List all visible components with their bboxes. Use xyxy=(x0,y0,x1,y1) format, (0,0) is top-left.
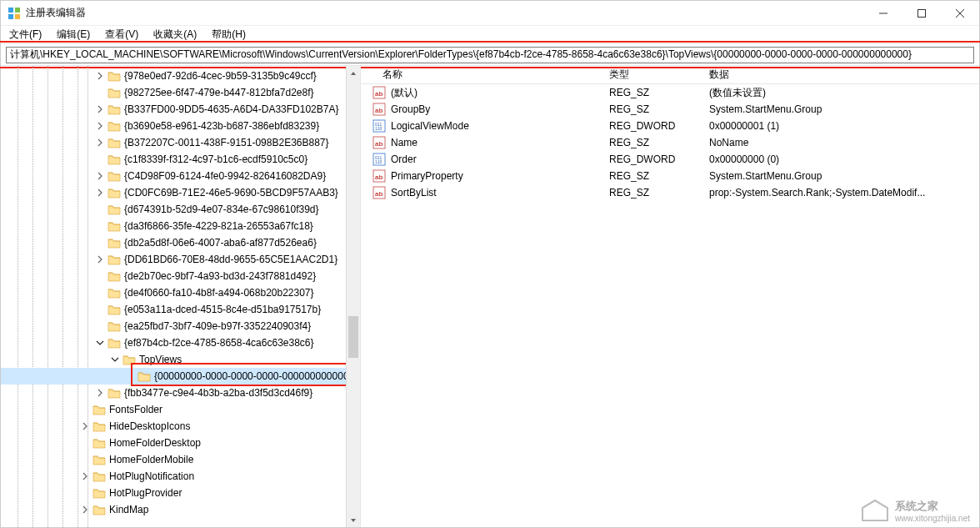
tree-item-label: {fbb3477e-c9e4-4b3b-a2ba-d3f5d3cd46f9} xyxy=(124,387,318,399)
string-value-icon: ab xyxy=(372,169,386,183)
expander-placeholder xyxy=(94,320,106,332)
tree-row[interactable]: {d674391b-52d9-4e07-834e-67c98610f39d} xyxy=(1,201,360,218)
tree-row[interactable]: {CD0FC69B-71E2-46e5-9690-5BCD9F57AAB3} xyxy=(1,184,360,201)
tree-row[interactable]: KindMap xyxy=(1,501,360,518)
menu-help[interactable]: 帮助(H) xyxy=(207,26,251,43)
folder-icon xyxy=(92,454,106,465)
tree-pane[interactable]: {978e0ed7-92d6-4cec-9b59-3135b9c49ccf}{9… xyxy=(1,66,361,527)
expander-icon[interactable] xyxy=(109,354,121,365)
tree-item-label: {978e0ed7-92d6-4cec-9b59-3135b9c49ccf} xyxy=(124,70,322,82)
expander-icon[interactable] xyxy=(94,387,106,399)
tree-row[interactable]: HomeFolderDesktop xyxy=(1,435,360,451)
tree-row[interactable]: {C4D98F09-6124-4fe0-9942-826416082DA9} xyxy=(1,168,360,184)
tree-row[interactable]: HotPlugProvider xyxy=(1,485,360,501)
tree-row[interactable]: {b3690e58-e961-423b-b687-386ebfd83239} xyxy=(1,118,360,134)
list-row[interactable]: abGroupByREG_SZSystem.StartMenu.Group xyxy=(361,101,979,118)
expander-icon[interactable] xyxy=(94,120,106,132)
tree-row[interactable]: {c1f8339f-f312-4c97-b1c6-ecdf5910c5c0} xyxy=(1,151,360,168)
value-type: REG_SZ xyxy=(609,170,649,182)
tree-item-label: {da3f6866-35fe-4229-821a-26553a67fc18} xyxy=(124,220,318,232)
titlebar[interactable]: 注册表编辑器 xyxy=(1,1,979,26)
expander-icon[interactable] xyxy=(94,254,106,265)
tree-row[interactable]: {fbb3477e-c9e4-4b3b-a2ba-d3f5d3cd46f9} xyxy=(1,385,360,401)
tree-row[interactable]: {B372207C-0011-438F-9151-098B2E36B887} xyxy=(1,134,360,151)
list-row[interactable]: 011110OrderREG_DWORD0x00000000 (0) xyxy=(361,151,979,168)
tree-item-label: {de2b70ec-9bf7-4a93-bd3d-243f7881d492} xyxy=(124,270,321,282)
tree-item-label: {b3690e58-e961-423b-b687-386ebfd83239} xyxy=(124,120,324,132)
list-body[interactable]: ab(默认)REG_SZ(数值未设置)abGroupByREG_SZSystem… xyxy=(361,84,979,527)
value-name: GroupBy xyxy=(391,103,430,115)
address-input[interactable]: 计算机\HKEY_LOCAL_MACHINE\SOFTWARE\Microsof… xyxy=(6,47,974,63)
folder-icon xyxy=(108,254,121,265)
list-row[interactable]: ab(默认)REG_SZ(数值未设置) xyxy=(361,84,979,101)
value-type: REG_DWORD xyxy=(609,120,675,132)
minimize-button[interactable] xyxy=(864,1,902,26)
expander-icon[interactable] xyxy=(79,504,91,515)
svg-text:ab: ab xyxy=(375,173,382,181)
folder-icon xyxy=(108,153,121,165)
tree-row[interactable]: {B337FD00-9DD5-4635-A6D4-DA33FD102B7A} xyxy=(1,101,360,118)
string-value-icon: ab xyxy=(372,136,386,149)
regedit-window: 注册表编辑器 文件(F) 编辑(E) 查看(V) 收藏夹(A) 帮助(H) 计算… xyxy=(0,0,980,528)
expander-icon[interactable] xyxy=(94,187,106,199)
tree-row[interactable]: {de4f0660-fa10-4b8f-a494-068b20b22307} xyxy=(1,284,360,301)
expander-placeholder xyxy=(94,220,106,232)
tree-row[interactable]: {e053a11a-dced-4515-8c4e-d51ba917517b} xyxy=(1,301,360,318)
folder-icon xyxy=(138,370,151,382)
svg-text:ab: ab xyxy=(375,90,382,98)
tree-row[interactable]: HomeFolderMobile xyxy=(1,451,360,468)
expander-placeholder xyxy=(94,204,106,215)
list-row[interactable]: 011110LogicalViewModeREG_DWORD0x00000001… xyxy=(361,118,979,134)
list-header[interactable]: 名称 类型 数据 xyxy=(361,66,979,84)
tree-row[interactable]: {ef87b4cb-f2ce-4785-8658-4ca6c63e38c6} xyxy=(1,334,360,351)
tree-row[interactable]: {de2b70ec-9bf7-4a93-bd3d-243f7881d492} xyxy=(1,268,360,284)
tree-row[interactable]: {00000000-0000-0000-0000-000000000000} xyxy=(1,368,360,385)
tree-row[interactable]: FontsFolder xyxy=(1,401,360,418)
tree-row[interactable]: HotPlugNotification xyxy=(1,468,360,485)
scroll-up-button[interactable] xyxy=(347,66,360,80)
tree-row[interactable]: {ea25fbd7-3bf7-409e-b97f-3352240903f4} xyxy=(1,318,360,334)
scroll-thumb[interactable] xyxy=(348,316,358,358)
maximize-button[interactable] xyxy=(902,1,941,26)
expander-icon[interactable] xyxy=(79,470,91,482)
expander-icon[interactable] xyxy=(94,103,106,115)
expander-icon[interactable] xyxy=(94,70,106,82)
tree-item-label: {DD61BD66-70E8-48dd-9655-65C5E1AAC2D1} xyxy=(124,254,342,265)
menu-view[interactable]: 查看(V) xyxy=(100,26,143,43)
folder-icon xyxy=(92,420,106,432)
folder-icon xyxy=(108,287,121,299)
tree-scrollbar[interactable] xyxy=(346,66,360,527)
scroll-down-button[interactable] xyxy=(347,513,360,527)
menu-file[interactable]: 文件(F) xyxy=(4,26,47,43)
svg-text:110: 110 xyxy=(375,159,382,164)
tree-item-label: {db2a5d8f-06e6-4007-aba6-af877d526ea6} xyxy=(124,237,322,249)
folder-icon xyxy=(108,320,121,332)
tree-row[interactable]: {978e0ed7-92d6-4cec-9b59-3135b9c49ccf} xyxy=(1,68,360,84)
list-row[interactable]: abPrimaryPropertyREG_SZSystem.StartMenu.… xyxy=(361,168,979,184)
expander-placeholder xyxy=(124,370,136,382)
expander-icon[interactable] xyxy=(94,337,106,349)
tree-item-label: FontsFolder xyxy=(109,404,168,415)
close-button[interactable] xyxy=(941,1,979,26)
expander-icon[interactable] xyxy=(94,170,106,182)
folder-icon xyxy=(108,270,121,282)
tree-row[interactable]: {db2a5d8f-06e6-4007-aba6-af877d526ea6} xyxy=(1,234,360,251)
list-row[interactable]: abNameREG_SZNoName xyxy=(361,134,979,151)
tree-row[interactable]: {da3f6866-35fe-4229-821a-26553a67fc18} xyxy=(1,218,360,234)
expander-icon[interactable] xyxy=(94,137,106,148)
header-data[interactable]: 数据 xyxy=(702,68,979,82)
expander-placeholder xyxy=(94,287,106,299)
tree-row[interactable]: HideDesktopIcons xyxy=(1,418,360,435)
header-type[interactable]: 类型 xyxy=(602,68,702,82)
list-row[interactable]: abSortByListREG_SZprop:-System.Search.Ra… xyxy=(361,184,979,201)
string-value-icon: ab xyxy=(372,186,386,199)
tree-item-label: {de4f0660-fa10-4b8f-a494-068b20b22307} xyxy=(124,287,319,299)
menu-favorites[interactable]: 收藏夹(A) xyxy=(148,26,202,43)
tree-row[interactable]: {982725ee-6f47-479e-b447-812bfa7d2e8f} xyxy=(1,84,360,101)
header-name[interactable]: 名称 xyxy=(361,68,602,82)
expander-icon[interactable] xyxy=(79,420,91,432)
tree-row[interactable]: TopViews xyxy=(1,351,360,368)
folder-icon xyxy=(108,387,121,399)
menu-edit[interactable]: 编辑(E) xyxy=(52,26,95,43)
tree-row[interactable]: {DD61BD66-70E8-48dd-9655-65C5E1AAC2D1} xyxy=(1,251,360,268)
